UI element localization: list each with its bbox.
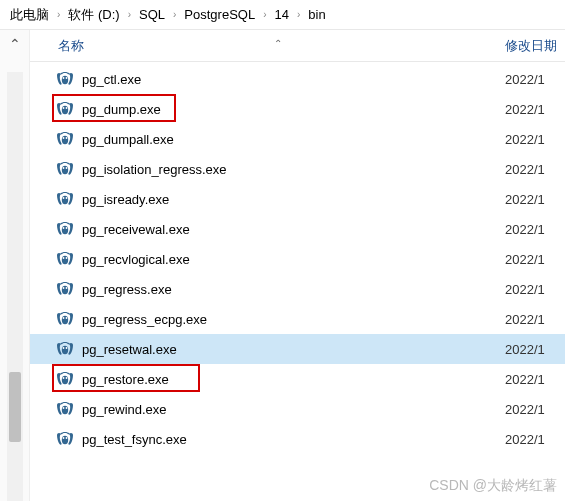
- elephant-icon: [56, 431, 74, 447]
- file-panel: 名称 ⌃ 修改日期 pg_ctl.exe2022/1 pg_dump.exe20…: [30, 30, 565, 501]
- chevron-right-icon: ›: [261, 9, 268, 20]
- file-row[interactable]: pg_ctl.exe2022/1: [30, 64, 565, 94]
- elephant-icon: [56, 341, 74, 357]
- file-date: 2022/1: [505, 102, 565, 117]
- file-row[interactable]: pg_restore.exe2022/1: [30, 364, 565, 394]
- svg-point-36: [62, 436, 68, 444]
- file-name: pg_receivewal.exe: [82, 222, 505, 237]
- svg-point-37: [63, 437, 65, 439]
- chevron-right-icon: ›: [295, 9, 302, 20]
- svg-point-8: [66, 137, 68, 139]
- file-row[interactable]: pg_dumpall.exe2022/1: [30, 124, 565, 154]
- elephant-icon: [56, 251, 74, 267]
- svg-point-13: [63, 197, 65, 199]
- crumb-sql[interactable]: SQL: [133, 7, 171, 22]
- file-list: pg_ctl.exe2022/1 pg_dump.exe2022/1 pg_du…: [30, 62, 565, 454]
- file-date: 2022/1: [505, 72, 565, 87]
- file-row[interactable]: pg_resetwal.exe2022/1: [30, 334, 565, 364]
- file-date: 2022/1: [505, 282, 565, 297]
- file-date: 2022/1: [505, 192, 565, 207]
- file-date: 2022/1: [505, 372, 565, 387]
- file-row[interactable]: pg_receivewal.exe2022/1: [30, 214, 565, 244]
- crumb-postgresql[interactable]: PostgreSQL: [178, 7, 261, 22]
- file-date: 2022/1: [505, 222, 565, 237]
- file-name: pg_isolation_regress.exe: [82, 162, 505, 177]
- svg-point-18: [62, 256, 68, 264]
- file-name: pg_restore.exe: [82, 372, 505, 387]
- svg-point-22: [63, 287, 65, 289]
- file-row[interactable]: pg_test_fsync.exe2022/1: [30, 424, 565, 454]
- svg-point-7: [63, 137, 65, 139]
- file-row[interactable]: pg_isready.exe2022/1: [30, 184, 565, 214]
- elephant-icon: [56, 101, 74, 117]
- breadcrumb: 此电脑 › 软件 (D:) › SQL › PostgreSQL › 14 › …: [0, 0, 565, 30]
- file-date: 2022/1: [505, 312, 565, 327]
- svg-point-14: [66, 197, 68, 199]
- file-name: pg_test_fsync.exe: [82, 432, 505, 447]
- file-row[interactable]: pg_rewind.exe2022/1: [30, 394, 565, 424]
- elephant-icon: [56, 371, 74, 387]
- svg-point-23: [66, 287, 68, 289]
- file-date: 2022/1: [505, 342, 565, 357]
- file-name: pg_dumpall.exe: [82, 132, 505, 147]
- elephant-icon: [56, 191, 74, 207]
- file-row[interactable]: pg_regress.exe2022/1: [30, 274, 565, 304]
- svg-point-34: [63, 407, 65, 409]
- file-date: 2022/1: [505, 432, 565, 447]
- crumb-bin[interactable]: bin: [302, 7, 331, 22]
- file-date: 2022/1: [505, 402, 565, 417]
- file-date: 2022/1: [505, 252, 565, 267]
- svg-point-25: [63, 317, 65, 319]
- elephant-icon: [56, 281, 74, 297]
- file-row[interactable]: pg_recvlogical.exe2022/1: [30, 244, 565, 274]
- svg-point-5: [66, 107, 68, 109]
- main-area: ⌃ 名称 ⌃ 修改日期 pg_ctl.exe2022/1 pg_dump.exe…: [0, 30, 565, 501]
- file-date: 2022/1: [505, 132, 565, 147]
- svg-point-31: [63, 377, 65, 379]
- chevron-right-icon: ›: [171, 9, 178, 20]
- svg-point-28: [63, 347, 65, 349]
- scrollbar-track[interactable]: [7, 72, 23, 501]
- column-header-date[interactable]: 修改日期: [505, 37, 565, 55]
- svg-point-26: [66, 317, 68, 319]
- elephant-icon: [56, 221, 74, 237]
- svg-point-1: [63, 77, 65, 79]
- svg-point-6: [62, 136, 68, 144]
- svg-point-9: [62, 166, 68, 174]
- file-name: pg_dump.exe: [82, 102, 505, 117]
- svg-point-29: [66, 347, 68, 349]
- nav-strip: ⌃: [0, 30, 30, 501]
- file-row[interactable]: pg_isolation_regress.exe2022/1: [30, 154, 565, 184]
- elephant-icon: [56, 161, 74, 177]
- svg-point-27: [62, 346, 68, 354]
- scrollbar-thumb[interactable]: [9, 372, 21, 442]
- file-row[interactable]: pg_dump.exe2022/1: [30, 94, 565, 124]
- svg-point-33: [62, 406, 68, 414]
- file-name: pg_regress_ecpg.exe: [82, 312, 505, 327]
- crumb-14[interactable]: 14: [269, 7, 295, 22]
- svg-point-16: [63, 227, 65, 229]
- svg-point-0: [62, 76, 68, 84]
- file-name: pg_ctl.exe: [82, 72, 505, 87]
- file-name: pg_resetwal.exe: [82, 342, 505, 357]
- chevron-right-icon: ›: [126, 9, 133, 20]
- svg-point-15: [62, 226, 68, 234]
- svg-point-30: [62, 376, 68, 384]
- caret-up-icon[interactable]: ⌃: [9, 36, 21, 52]
- svg-point-11: [66, 167, 68, 169]
- elephant-icon: [56, 71, 74, 87]
- elephant-icon: [56, 131, 74, 147]
- svg-point-38: [66, 437, 68, 439]
- file-row[interactable]: pg_regress_ecpg.exe2022/1: [30, 304, 565, 334]
- svg-point-20: [66, 257, 68, 259]
- svg-point-4: [63, 107, 65, 109]
- sort-caret-icon: ⌃: [274, 38, 282, 49]
- column-header-name[interactable]: 名称: [30, 37, 505, 55]
- crumb-this-pc[interactable]: 此电脑: [4, 6, 55, 24]
- file-name: pg_recvlogical.exe: [82, 252, 505, 267]
- elephant-icon: [56, 401, 74, 417]
- crumb-drive[interactable]: 软件 (D:): [62, 6, 125, 24]
- svg-point-12: [62, 196, 68, 204]
- svg-point-24: [62, 316, 68, 324]
- file-name: pg_isready.exe: [82, 192, 505, 207]
